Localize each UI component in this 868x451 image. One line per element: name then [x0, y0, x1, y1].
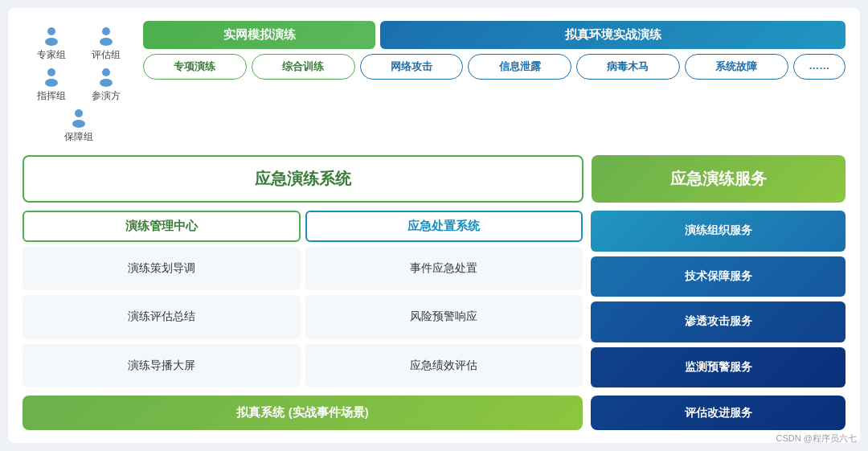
- watermark: CSDN @程序员六七: [776, 433, 857, 445]
- role-participant: 参演方: [92, 65, 121, 103]
- role-participant-label: 参演方: [92, 89, 121, 103]
- top-section: 专家组 评估组 指挥组: [23, 21, 845, 147]
- svg-point-3: [100, 38, 113, 46]
- header-nizhen: 拟真环境实战演练: [380, 21, 845, 49]
- item-info: 信息泄露: [468, 54, 571, 80]
- service-box: 应急演练服务: [592, 155, 845, 203]
- cell-broadcast: 演练导播大屏: [23, 344, 301, 387]
- bottom-left: 拟真系统 (实战事件场景): [23, 396, 583, 430]
- cell-incident: 事件应急处置: [305, 247, 583, 290]
- item-wl: 网络攻击: [360, 54, 464, 80]
- cell-risk: 风险预警响应: [305, 295, 583, 338]
- item-virus: 病毒木马: [576, 54, 680, 80]
- cell-plan: 演练策划导调: [23, 247, 301, 290]
- content-row-2: 演练评估总结 风险预警响应: [23, 295, 583, 338]
- svg-point-9: [72, 120, 85, 128]
- item-zhuan: 专项演练: [143, 54, 247, 80]
- cell-eval: 演练评估总结: [23, 295, 301, 338]
- person-icon: [40, 65, 63, 88]
- person-icon: [95, 24, 117, 47]
- bottom-row: 拟真系统 (实战事件场景) 评估改进服务: [23, 396, 845, 430]
- item-zong: 综合训练: [252, 54, 355, 80]
- sub-header-emergency: 应急处置系统: [305, 211, 583, 242]
- svg-point-4: [47, 68, 55, 76]
- content-row-1: 演练策划导调 事件应急处置: [23, 247, 583, 290]
- person-icon: [95, 65, 117, 88]
- right-top: 实网模拟演练 拟真环境实战演练 专项演练 综合训练 网络攻击 信息泄露 病毒木马…: [143, 21, 845, 147]
- cell-performance: 应急绩效评估: [305, 344, 583, 387]
- item-dots: ……: [793, 54, 845, 80]
- role-cmd-label: 指挥组: [37, 89, 66, 103]
- grid-section: 演练管理中心 应急处置系统 演练策划导调 事件应急处置 演练评估总结 风险预警响…: [23, 211, 845, 387]
- roles-box: 专家组 评估组 指挥组: [23, 21, 135, 147]
- service-item-1: 演练组织服务: [591, 211, 845, 252]
- role-support: 保障组: [64, 106, 93, 144]
- svg-point-0: [47, 27, 55, 35]
- sub-headers: 演练管理中心 应急处置系统: [23, 211, 583, 242]
- sub-header-mgmt: 演练管理中心: [23, 211, 301, 242]
- role-eval-label: 评估组: [92, 48, 121, 62]
- service-item-2: 技术保障服务: [591, 256, 845, 297]
- main-container: 专家组 评估组 指挥组: [8, 8, 860, 443]
- svg-point-2: [102, 27, 110, 35]
- svg-point-8: [75, 109, 83, 117]
- top-headers: 实网模拟演练 拟真环境实战演练: [143, 21, 845, 49]
- bottom-right: 评估改进服务: [591, 396, 845, 430]
- svg-point-6: [102, 68, 110, 76]
- right-grid: 演练组织服务 技术保障服务 渗透攻击服务 监测预警服务: [591, 211, 845, 387]
- role-expert: 专家组: [37, 24, 66, 62]
- svg-point-1: [45, 38, 58, 46]
- svg-point-5: [45, 79, 58, 87]
- left-grid: 演练管理中心 应急处置系统 演练策划导调 事件应急处置 演练评估总结 风险预警响…: [23, 211, 583, 387]
- role-expert-label: 专家组: [37, 48, 66, 62]
- role-cmd: 指挥组: [37, 65, 66, 103]
- middle-section: 应急演练系统 应急演练服务: [23, 155, 845, 203]
- role-support-label: 保障组: [64, 130, 93, 144]
- service-item-3: 渗透攻击服务: [591, 301, 845, 342]
- header-shiwang: 实网模拟演练: [143, 21, 375, 49]
- service-item-4: 监测预警服务: [591, 347, 845, 388]
- person-icon: [40, 24, 63, 47]
- role-eval: 评估组: [92, 24, 121, 62]
- item-fault: 系统故障: [685, 54, 788, 80]
- svg-point-7: [100, 79, 113, 87]
- content-row-3: 演练导播大屏 应急绩效评估: [23, 344, 583, 387]
- sys-box: 应急演练系统: [23, 155, 583, 203]
- top-items: 专项演练 综合训练 网络攻击 信息泄露 病毒木马 系统故障 ……: [143, 54, 845, 80]
- person-icon: [68, 106, 90, 129]
